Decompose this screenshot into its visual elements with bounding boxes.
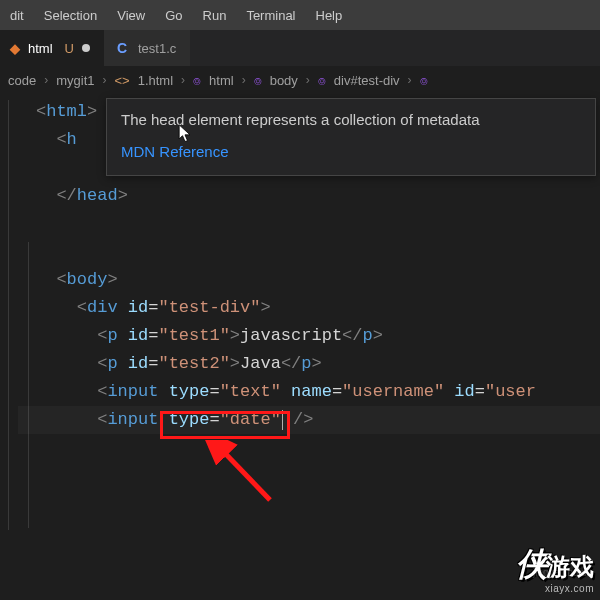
- tab-test1-c[interactable]: C test1.c: [104, 30, 190, 66]
- html-file-icon: ◆: [10, 41, 20, 56]
- menu-help[interactable]: Help: [306, 2, 353, 29]
- breadcrumb-item[interactable]: 1.html: [138, 73, 173, 88]
- chevron-right-icon: ›: [181, 73, 185, 87]
- menu-go[interactable]: Go: [155, 2, 192, 29]
- chevron-right-icon: ›: [242, 73, 246, 87]
- breadcrumb-item[interactable]: mygit1: [56, 73, 94, 88]
- breadcrumb-item[interactable]: html: [209, 73, 234, 88]
- breadcrumb-item[interactable]: body: [270, 73, 298, 88]
- chevron-right-icon: ›: [408, 73, 412, 87]
- watermark: jingyan.baidu 侠游戏 xiayx.com: [516, 548, 594, 594]
- text-cursor: [282, 410, 283, 430]
- watermark-url: xiayx.com: [516, 583, 594, 594]
- brackets-icon: ⌾: [254, 73, 262, 88]
- tab-label: html: [28, 41, 53, 56]
- mdn-reference-link[interactable]: MDN Reference: [121, 141, 581, 163]
- breadcrumb-item[interactable]: div#test-div: [334, 73, 400, 88]
- breadcrumb-item[interactable]: code: [8, 73, 36, 88]
- tab-bar: ◆ html U C test1.c: [0, 30, 600, 66]
- brackets-icon: ⌾: [318, 73, 326, 88]
- mouse-cursor-icon: [178, 124, 192, 144]
- tab-status: U: [65, 41, 74, 56]
- chevron-right-icon: ›: [306, 73, 310, 87]
- menu-view[interactable]: View: [107, 2, 155, 29]
- modified-dot-icon: [82, 44, 90, 52]
- chevron-right-icon: ›: [44, 73, 48, 87]
- tab-1-html[interactable]: ◆ html U: [0, 30, 104, 66]
- breadcrumb[interactable]: code › mygit1 › <> 1.html › ⌾ html › ⌾ b…: [0, 66, 600, 94]
- menu-selection[interactable]: Selection: [34, 2, 107, 29]
- watermark-faint: jingyan.baidu: [533, 567, 592, 578]
- brackets-icon: ⌾: [420, 73, 428, 88]
- chevron-right-icon: ›: [103, 73, 107, 87]
- tab-label: test1.c: [138, 41, 176, 56]
- menu-terminal[interactable]: Terminal: [236, 2, 305, 29]
- c-file-icon: C: [114, 40, 130, 56]
- brackets-icon: ⌾: [193, 73, 201, 88]
- menu-edit[interactable]: dit: [0, 2, 34, 29]
- menubar: dit Selection View Go Run Terminal Help: [0, 0, 600, 30]
- menu-run[interactable]: Run: [193, 2, 237, 29]
- code-tag-icon: <>: [115, 73, 130, 88]
